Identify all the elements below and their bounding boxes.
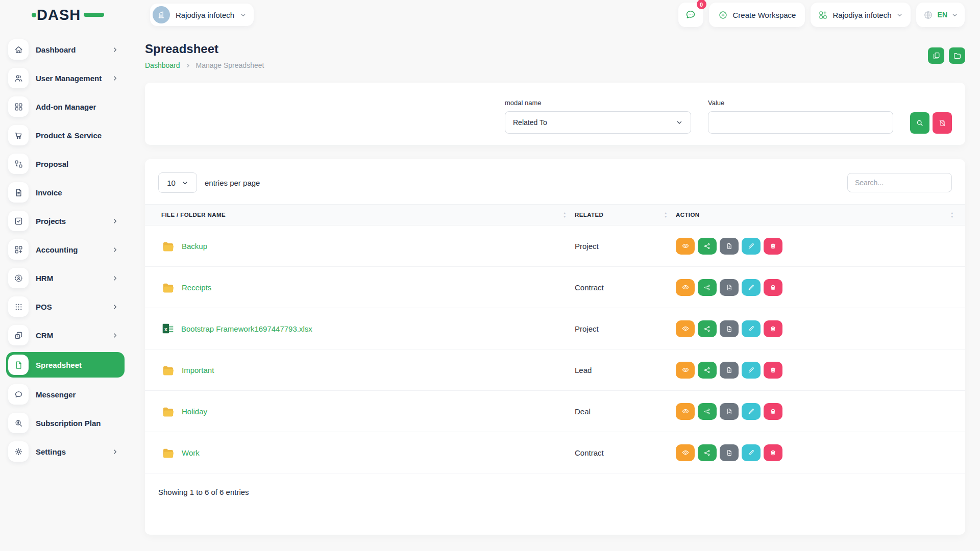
sidebar-item-pos[interactable]: POS [6,295,125,318]
view-button[interactable] [676,320,695,337]
add-folder-button[interactable] [949,47,965,64]
chevron-right-icon [112,304,118,310]
table-footer-status: Showing 1 to 6 of 6 entries [145,473,965,511]
sidebar-item-settings[interactable]: Settings [6,440,125,463]
edit-button[interactable] [742,279,761,296]
file-folder-link[interactable]: Receipts [182,283,211,292]
filter-reset-button[interactable] [933,112,952,134]
sidebar-item-spreadsheet[interactable]: Spreadsheet [6,352,125,378]
sidebar-item-projects[interactable]: Projects [6,209,125,233]
delete-button[interactable] [764,238,782,255]
messages-button[interactable]: 0 [678,3,703,27]
edit-button[interactable] [742,362,761,379]
sidebar-item-messenger[interactable]: Messenger [6,383,125,406]
breadcrumb: Dashboard Manage Spreadsheet [145,61,264,69]
pencil-icon [747,284,755,291]
sidebar-item-proposal[interactable]: Proposal [6,152,125,176]
export-file-button[interactable] [720,320,739,337]
language-selector[interactable]: EN [916,3,965,27]
edit-button[interactable] [742,238,761,255]
chevron-right-icon [112,448,118,455]
view-button[interactable] [676,444,695,461]
sidebar-item-label: Messenger [36,390,76,399]
share-icon [703,284,711,291]
delete-button[interactable] [764,362,782,379]
export-file-button[interactable] [720,403,739,420]
export-file-button[interactable] [720,279,739,296]
sidebar-item-dashboard[interactable]: Dashboard [6,38,125,61]
table-row: Backup Project [145,226,965,267]
share-button[interactable] [698,362,717,379]
file-export-icon [725,284,733,291]
gear-icon [8,441,29,462]
delete-button[interactable] [764,403,782,420]
chevron-right-icon [112,246,118,253]
filter-search-button[interactable] [910,112,929,134]
sidebar-item-add-on-manager[interactable]: Add-on Manager [6,95,125,118]
sidebar-item-product-service[interactable]: Product & Service [6,123,125,147]
model-name-select[interactable]: Related To [505,111,691,134]
chevron-right-icon [112,275,118,282]
breadcrumb-dashboard-link[interactable]: Dashboard [145,61,180,69]
add-file-button[interactable] [928,47,944,64]
chevron-down-icon [240,12,247,18]
export-file-button[interactable] [720,444,739,461]
company-menu[interactable]: Rajodiya infotech [811,3,910,27]
workspace-selector[interactable]: Rajodiya infotech [150,4,254,26]
share-button[interactable] [698,279,717,296]
trash-icon [769,284,777,291]
share-button[interactable] [698,320,717,337]
share-button[interactable] [698,238,717,255]
view-button[interactable] [676,279,695,296]
export-file-button[interactable] [720,238,739,255]
table-body: Backup Project [145,226,965,473]
view-button[interactable] [676,238,695,255]
file-folder-link[interactable]: Bootstrap Framework1697447793.xlsx [181,324,312,333]
search-icon [916,119,924,127]
edit-button[interactable] [742,320,761,337]
sidebar-item-user-management[interactable]: User Management [6,66,125,90]
pencil-icon [747,449,755,457]
sidebar-item-hrm[interactable]: HRM [6,266,125,290]
table-row: Holiday Deal [145,391,965,432]
create-workspace-button[interactable]: Create Workspace [709,3,805,27]
view-button[interactable] [676,362,695,379]
table-row: Work Contract [145,432,965,473]
file-export-icon [725,366,733,374]
sidebar-item-subscription-plan[interactable]: Subscription Plan [6,411,125,435]
sidebar-item-crm[interactable]: CRM [6,323,125,347]
sidebar-item-accounting[interactable]: Accounting [6,238,125,261]
sort-toggle[interactable] [664,211,668,218]
edit-button[interactable] [742,403,761,420]
sidebar-item-label: Invoice [36,188,62,197]
file-folder-link[interactable]: Important [182,366,214,374]
delete-button[interactable] [764,444,782,461]
edit-button[interactable] [742,444,761,461]
export-file-button[interactable] [720,362,739,379]
language-code: EN [938,11,947,19]
eye-icon [681,283,690,291]
entries-per-page-select[interactable]: 10 [158,172,197,193]
sidebar-item-invoice[interactable]: Invoice [6,181,125,204]
transfer-icon [8,154,29,174]
table-search-input[interactable] [847,173,952,192]
page-title: Spreadsheet [145,42,264,56]
share-button[interactable] [698,444,717,461]
file-off-icon [938,119,946,127]
delete-button[interactable] [764,320,782,337]
file-folder-link[interactable]: Backup [182,242,207,251]
pencil-icon [747,242,755,250]
sort-toggle[interactable] [950,211,954,218]
view-button[interactable] [676,403,695,420]
file-folder-link[interactable]: Holiday [182,407,207,416]
value-input[interactable] [708,111,893,134]
delete-button[interactable] [764,279,782,296]
logo-dash-bar [84,13,104,17]
share-button[interactable] [698,403,717,420]
sort-toggle[interactable] [563,211,567,218]
plus-circle-icon [718,10,728,20]
main-content: Spreadsheet Dashboard Manage Spreadsheet [130,30,980,551]
file-folder-link[interactable]: Work [182,448,200,457]
folder-icon [161,281,175,294]
filter-card: modal name Related To Value [145,83,965,145]
